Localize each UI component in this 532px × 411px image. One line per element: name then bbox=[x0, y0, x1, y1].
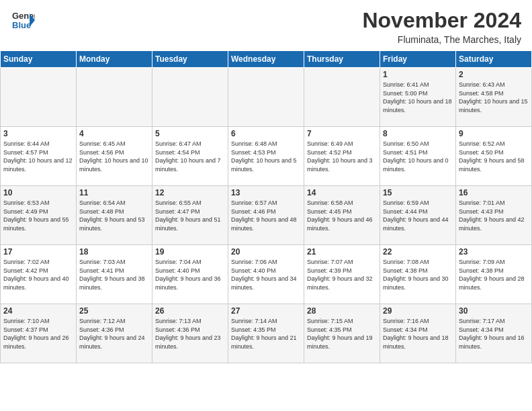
svg-text:Blue: Blue bbox=[12, 20, 31, 30]
day-number: 16 bbox=[459, 188, 529, 197]
day-info: Sunrise: 7:07 AM Sunset: 4:39 PM Dayligh… bbox=[307, 258, 377, 291]
calendar-cell: 7Sunrise: 6:49 AM Sunset: 4:52 PM Daylig… bbox=[304, 127, 380, 186]
day-info: Sunrise: 6:48 AM Sunset: 4:53 PM Dayligh… bbox=[231, 140, 301, 173]
day-info: Sunrise: 6:43 AM Sunset: 4:58 PM Dayligh… bbox=[459, 81, 529, 114]
calendar-cell: 1Sunrise: 6:41 AM Sunset: 5:00 PM Daylig… bbox=[380, 68, 456, 127]
day-info: Sunrise: 7:13 AM Sunset: 4:36 PM Dayligh… bbox=[155, 317, 225, 351]
calendar-cell: 28Sunrise: 7:15 AM Sunset: 4:35 PM Dayli… bbox=[304, 304, 380, 363]
day-number: 10 bbox=[3, 188, 73, 197]
weekday-header-friday: Friday bbox=[380, 51, 456, 68]
calendar-cell: 2Sunrise: 6:43 AM Sunset: 4:58 PM Daylig… bbox=[456, 68, 532, 127]
calendar-cell: 9Sunrise: 6:52 AM Sunset: 4:50 PM Daylig… bbox=[456, 127, 532, 186]
day-number: 21 bbox=[307, 247, 377, 257]
calendar-cell: 22Sunrise: 7:08 AM Sunset: 4:38 PM Dayli… bbox=[380, 245, 456, 304]
day-info: Sunrise: 6:49 AM Sunset: 4:52 PM Dayligh… bbox=[307, 140, 377, 173]
calendar: SundayMondayTuesdayWednesdayThursdayFrid… bbox=[0, 50, 532, 363]
day-number: 1 bbox=[383, 70, 453, 79]
calendar-cell: 12Sunrise: 6:55 AM Sunset: 4:47 PM Dayli… bbox=[152, 186, 228, 245]
calendar-cell: 25Sunrise: 7:12 AM Sunset: 4:36 PM Dayli… bbox=[77, 304, 152, 363]
day-info: Sunrise: 6:57 AM Sunset: 4:46 PM Dayligh… bbox=[231, 199, 301, 232]
calendar-cell: 10Sunrise: 6:53 AM Sunset: 4:49 PM Dayli… bbox=[1, 186, 77, 245]
day-info: Sunrise: 6:47 AM Sunset: 4:54 PM Dayligh… bbox=[155, 140, 225, 173]
day-info: Sunrise: 6:54 AM Sunset: 4:48 PM Dayligh… bbox=[79, 199, 149, 232]
day-number: 24 bbox=[3, 306, 73, 316]
day-number: 29 bbox=[383, 306, 453, 316]
day-number: 30 bbox=[459, 306, 529, 316]
week-row-2: 10Sunrise: 6:53 AM Sunset: 4:49 PM Dayli… bbox=[1, 186, 532, 245]
calendar-cell bbox=[1, 68, 77, 127]
calendar-cell: 19Sunrise: 7:04 AM Sunset: 4:40 PM Dayli… bbox=[152, 245, 228, 304]
weekday-header-wednesday: Wednesday bbox=[228, 51, 304, 68]
day-number: 12 bbox=[155, 188, 225, 197]
day-info: Sunrise: 7:17 AM Sunset: 4:34 PM Dayligh… bbox=[459, 317, 529, 351]
calendar-cell: 3Sunrise: 6:44 AM Sunset: 4:57 PM Daylig… bbox=[1, 127, 77, 186]
calendar-cell: 13Sunrise: 6:57 AM Sunset: 4:46 PM Dayli… bbox=[228, 186, 304, 245]
header: General Blue November 2024 Fluminata, Th… bbox=[0, 0, 532, 50]
day-number: 11 bbox=[79, 188, 149, 197]
logo: General Blue bbox=[11, 8, 35, 35]
calendar-cell: 16Sunrise: 7:01 AM Sunset: 4:43 PM Dayli… bbox=[456, 186, 532, 245]
day-number: 2 bbox=[459, 70, 529, 79]
calendar-cell bbox=[152, 68, 228, 127]
calendar-cell bbox=[304, 68, 380, 127]
day-info: Sunrise: 6:53 AM Sunset: 4:49 PM Dayligh… bbox=[3, 199, 73, 232]
day-info: Sunrise: 7:01 AM Sunset: 4:43 PM Dayligh… bbox=[459, 199, 529, 232]
day-info: Sunrise: 7:14 AM Sunset: 4:35 PM Dayligh… bbox=[231, 317, 301, 351]
day-number: 14 bbox=[307, 188, 377, 197]
day-number: 23 bbox=[459, 247, 529, 257]
calendar-cell: 5Sunrise: 6:47 AM Sunset: 4:54 PM Daylig… bbox=[152, 127, 228, 186]
day-number: 18 bbox=[79, 247, 149, 257]
day-number: 27 bbox=[231, 306, 301, 316]
calendar-cell: 4Sunrise: 6:45 AM Sunset: 4:56 PM Daylig… bbox=[77, 127, 152, 186]
day-number: 3 bbox=[3, 129, 73, 138]
day-info: Sunrise: 6:44 AM Sunset: 4:57 PM Dayligh… bbox=[3, 140, 73, 173]
calendar-cell: 15Sunrise: 6:59 AM Sunset: 4:44 PM Dayli… bbox=[380, 186, 456, 245]
calendar-cell bbox=[77, 68, 152, 127]
calendar-cell: 6Sunrise: 6:48 AM Sunset: 4:53 PM Daylig… bbox=[228, 127, 304, 186]
day-number: 5 bbox=[155, 129, 225, 138]
day-info: Sunrise: 7:16 AM Sunset: 4:34 PM Dayligh… bbox=[383, 317, 453, 351]
day-number: 22 bbox=[383, 247, 453, 257]
day-info: Sunrise: 7:06 AM Sunset: 4:40 PM Dayligh… bbox=[231, 258, 301, 291]
calendar-cell: 24Sunrise: 7:10 AM Sunset: 4:37 PM Dayli… bbox=[1, 304, 77, 363]
day-info: Sunrise: 7:15 AM Sunset: 4:35 PM Dayligh… bbox=[307, 317, 377, 351]
day-number: 25 bbox=[79, 306, 149, 316]
day-number: 7 bbox=[307, 129, 377, 138]
weekday-header-tuesday: Tuesday bbox=[152, 51, 228, 68]
day-number: 20 bbox=[231, 247, 301, 257]
day-number: 4 bbox=[79, 129, 149, 138]
calendar-cell: 17Sunrise: 7:02 AM Sunset: 4:42 PM Dayli… bbox=[1, 245, 77, 304]
day-info: Sunrise: 7:09 AM Sunset: 4:38 PM Dayligh… bbox=[459, 258, 529, 291]
day-info: Sunrise: 6:52 AM Sunset: 4:50 PM Dayligh… bbox=[459, 140, 529, 173]
weekday-header-thursday: Thursday bbox=[304, 51, 380, 68]
calendar-cell: 21Sunrise: 7:07 AM Sunset: 4:39 PM Dayli… bbox=[304, 245, 380, 304]
day-number: 8 bbox=[383, 129, 453, 138]
calendar-cell: 30Sunrise: 7:17 AM Sunset: 4:34 PM Dayli… bbox=[456, 304, 532, 363]
calendar-cell: 8Sunrise: 6:50 AM Sunset: 4:51 PM Daylig… bbox=[380, 127, 456, 186]
calendar-cell: 26Sunrise: 7:13 AM Sunset: 4:36 PM Dayli… bbox=[152, 304, 228, 363]
day-number: 13 bbox=[231, 188, 301, 197]
day-info: Sunrise: 6:50 AM Sunset: 4:51 PM Dayligh… bbox=[383, 140, 453, 173]
weekday-header-row: SundayMondayTuesdayWednesdayThursdayFrid… bbox=[1, 51, 532, 68]
week-row-4: 24Sunrise: 7:10 AM Sunset: 4:37 PM Dayli… bbox=[1, 304, 532, 363]
calendar-cell: 27Sunrise: 7:14 AM Sunset: 4:35 PM Dayli… bbox=[228, 304, 304, 363]
calendar-cell: 23Sunrise: 7:09 AM Sunset: 4:38 PM Dayli… bbox=[456, 245, 532, 304]
day-info: Sunrise: 6:45 AM Sunset: 4:56 PM Dayligh… bbox=[79, 140, 149, 173]
weekday-header-monday: Monday bbox=[77, 51, 152, 68]
calendar-cell bbox=[228, 68, 304, 127]
week-row-0: 1Sunrise: 6:41 AM Sunset: 5:00 PM Daylig… bbox=[1, 68, 532, 127]
day-info: Sunrise: 7:08 AM Sunset: 4:38 PM Dayligh… bbox=[383, 258, 453, 291]
calendar-cell: 29Sunrise: 7:16 AM Sunset: 4:34 PM Dayli… bbox=[380, 304, 456, 363]
day-info: Sunrise: 7:04 AM Sunset: 4:40 PM Dayligh… bbox=[155, 258, 225, 291]
week-row-1: 3Sunrise: 6:44 AM Sunset: 4:57 PM Daylig… bbox=[1, 127, 532, 186]
weekday-header-saturday: Saturday bbox=[456, 51, 532, 68]
calendar-cell: 20Sunrise: 7:06 AM Sunset: 4:40 PM Dayli… bbox=[228, 245, 304, 304]
day-info: Sunrise: 7:03 AM Sunset: 4:41 PM Dayligh… bbox=[79, 258, 149, 291]
day-info: Sunrise: 7:10 AM Sunset: 4:37 PM Dayligh… bbox=[3, 317, 73, 351]
day-number: 15 bbox=[383, 188, 453, 197]
calendar-cell: 11Sunrise: 6:54 AM Sunset: 4:48 PM Dayli… bbox=[77, 186, 152, 245]
title-block: November 2024 Fluminata, The Marches, It… bbox=[362, 8, 521, 45]
day-number: 17 bbox=[3, 247, 73, 257]
day-info: Sunrise: 7:02 AM Sunset: 4:42 PM Dayligh… bbox=[3, 258, 73, 291]
location: Fluminata, The Marches, Italy bbox=[362, 34, 521, 45]
